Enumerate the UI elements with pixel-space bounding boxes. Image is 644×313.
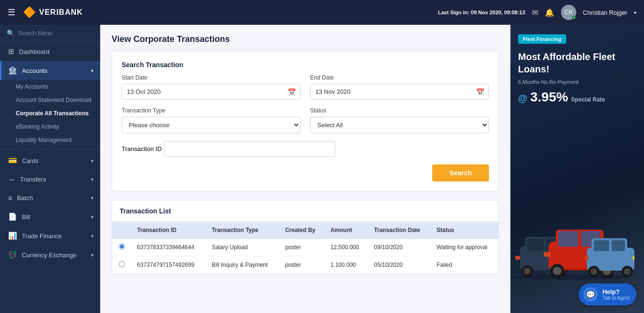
logo-text: VERIBANK — [39, 8, 83, 17]
txn-id-input[interactable] — [164, 141, 335, 157]
txn-type-group: Transaction Type Please choose Salary Up… — [122, 107, 301, 133]
sidebar-item-currency-exchange[interactable]: 💱 Currency Exchange ▾ — [0, 245, 100, 264]
ad-badge: Fleet Financing — [518, 34, 566, 44]
row-radio[interactable] — [119, 243, 125, 250]
bill-icon: 📄 — [8, 212, 17, 221]
start-date-input[interactable] — [122, 84, 301, 100]
svg-point-26 — [591, 268, 597, 275]
sidebar-item-accounts[interactable]: 🏦 Accounts ▾ — [0, 61, 100, 80]
cards-arrow-icon: ▾ — [91, 158, 93, 163]
row-select-cell[interactable] — [112, 256, 131, 274]
help-button[interactable]: 💬 Help? Talk to Agent — [579, 283, 636, 305]
txn-type-label: Transaction Type — [122, 107, 301, 114]
search-form: Search Transaction Start Date 📅 End Date… — [112, 51, 499, 192]
accounts-arrow-icon: ▾ — [91, 68, 93, 73]
sidebar-item-label: Transfers — [20, 176, 46, 183]
notification-icon[interactable]: 🔔 — [545, 8, 554, 17]
svg-rect-2 — [527, 239, 544, 251]
txn-date-cell: 09/10/2020 — [368, 239, 431, 256]
svg-rect-24 — [612, 240, 625, 251]
end-date-input[interactable] — [310, 84, 489, 100]
avatar[interactable]: CR — [561, 5, 576, 20]
svg-rect-12 — [558, 231, 578, 247]
ad-rate-special: Special Rate — [571, 96, 605, 103]
transfers-arrow-icon: ▾ — [91, 177, 93, 182]
trade-finance-arrow-icon: ▾ — [91, 233, 93, 239]
col-txn-id: Transaction ID — [131, 222, 206, 239]
end-date-label: End Date — [310, 74, 489, 81]
sidebar-sub-ebanking[interactable]: eBanking Activity — [0, 120, 100, 133]
batch-arrow-icon: ▾ — [91, 195, 93, 201]
created-by-cell: poster — [280, 239, 325, 256]
advertisement-panel: Fleet Financing Most Affordable Fleet Lo… — [510, 25, 644, 313]
txn-type-cell: Salary Upload — [206, 239, 280, 256]
ad-cars-illustration — [510, 203, 634, 280]
txn-date-cell: 05/10/2020 — [368, 256, 431, 274]
main-content: View Corporate Transactions Search Trans… — [100, 25, 510, 313]
menu-toggle-icon[interactable]: ☰ — [8, 7, 15, 18]
sidebar-sub-liquidity[interactable]: Liquidity Management — [0, 133, 100, 147]
top-navigation: ☰ 🔶 VERIBANK Last Sign in: 09 Nov 2020, … — [0, 0, 644, 25]
search-button[interactable]: Search — [432, 164, 489, 182]
transaction-table: Transaction ID Transaction Type Created … — [112, 222, 499, 274]
ad-subtitle: 6 Months No Re-Payment — [518, 79, 636, 85]
status-cell: Waiting for approval — [431, 239, 499, 256]
start-date-calendar-icon[interactable]: 📅 — [288, 88, 296, 96]
sidebar-sub-my-accounts[interactable]: My Accounts — [0, 80, 100, 93]
txn-list-title: Transaction List — [120, 207, 491, 215]
svg-rect-29 — [584, 256, 589, 260]
currency-exchange-arrow-icon: ▾ — [91, 252, 93, 258]
ad-box: Fleet Financing Most Affordable Fleet Lo… — [510, 25, 644, 313]
created-by-cell: poster — [280, 256, 325, 274]
col-created-by: Created By — [280, 222, 325, 239]
txn-id-label: Transaction ID — [122, 145, 162, 152]
at-symbol: @ — [518, 93, 528, 104]
sidebar-item-label: Accounts — [22, 67, 47, 74]
txn-type-select[interactable]: Please choose Salary Upload Bill Inquiry… — [122, 117, 301, 133]
sidebar-sub-corporate-all[interactable]: Corporate All Transactions — [0, 107, 100, 120]
row-select-cell[interactable] — [112, 239, 131, 256]
online-status-dot — [572, 16, 576, 20]
sidebar-item-transfers[interactable]: ↔ Transfers ▾ — [0, 170, 100, 189]
search-input[interactable] — [18, 30, 93, 37]
mail-icon[interactable]: ✉ — [532, 8, 538, 17]
batch-icon: ≡ — [8, 194, 12, 202]
svg-rect-23 — [594, 240, 609, 251]
sidebar-item-label: Batch — [17, 194, 33, 202]
currency-exchange-icon: 💱 — [8, 251, 17, 259]
col-amount: Amount — [325, 222, 368, 239]
user-menu-chevron-icon[interactable]: ▾ — [634, 10, 636, 15]
col-select — [112, 222, 131, 239]
col-txn-type: Transaction Type — [206, 222, 280, 239]
sidebar-item-trade-finance[interactable]: 📊 Trade Finance ▾ — [0, 226, 100, 245]
row-radio[interactable] — [119, 261, 125, 267]
table-row: 637378337339464644 Salary Upload poster … — [112, 239, 499, 256]
sidebar: 🔍 ⊞ Dashboard 🏦 Accounts ▾ My Accounts A… — [0, 25, 100, 313]
user-name[interactable]: Christian Rojger — [583, 9, 627, 16]
svg-rect-30 — [633, 256, 634, 260]
end-date-group: End Date 📅 — [310, 74, 489, 100]
sidebar-item-batch[interactable]: ≡ Batch ▾ — [0, 189, 100, 207]
sidebar-item-bill[interactable]: 📄 Bill ▾ — [0, 207, 100, 226]
status-label: Status — [310, 107, 489, 114]
help-title: Help? — [602, 288, 630, 295]
transaction-list: Transaction List Transaction ID Transact… — [112, 200, 499, 274]
status-select[interactable]: Select All Waiting for approval Failed S… — [310, 117, 489, 133]
cards-icon: 💳 — [8, 156, 17, 165]
svg-point-28 — [624, 268, 631, 275]
start-date-label: Start Date — [122, 74, 301, 81]
trade-finance-icon: 📊 — [8, 232, 17, 240]
sidebar-item-dashboard[interactable]: ⊞ Dashboard — [0, 42, 100, 61]
status-cell: Failed — [431, 256, 499, 274]
txn-type-cell: Bill Inquiry & Payment — [206, 256, 280, 274]
logo: 🔶 VERIBANK — [23, 6, 83, 19]
sidebar-sub-account-statement[interactable]: Account Statement Download — [0, 93, 100, 107]
sidebar-item-label: Dashboard — [19, 48, 50, 55]
sidebar-item-cards[interactable]: 💳 Cards ▾ — [0, 151, 100, 170]
accounts-icon: 🏦 — [8, 66, 17, 75]
end-date-calendar-icon[interactable]: 📅 — [476, 88, 484, 96]
ad-rate-value: 3.95% — [530, 90, 568, 105]
svg-rect-18 — [544, 252, 551, 257]
last-signin: Last Sign in: 09 Nov 2020, 09:08:13 — [438, 10, 525, 15]
sidebar-item-label: Currency Exchange — [22, 252, 76, 259]
